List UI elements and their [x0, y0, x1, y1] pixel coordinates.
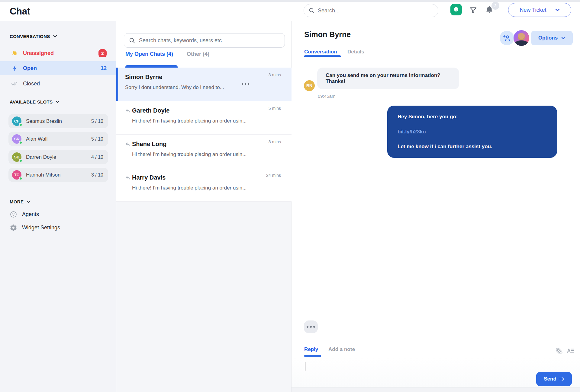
filter-funnel-icon[interactable]	[469, 6, 477, 14]
active-tab-indicator	[304, 355, 321, 357]
chevron-down-icon	[56, 100, 60, 103]
chat-item-preview: Hi there! I'm having trouble placing an …	[132, 151, 246, 158]
chat-search-input[interactable]	[139, 37, 280, 44]
chat-item-name: Harry Davis	[132, 174, 166, 181]
tab-reply[interactable]: Reply	[304, 346, 318, 352]
agent-slot-row[interactable]: SB Darren Doyle 4 / 10	[8, 150, 108, 164]
text-format-icon[interactable]	[567, 347, 574, 355]
global-search[interactable]	[304, 4, 438, 17]
search-icon	[309, 8, 315, 14]
sidebar-item-widget-settings[interactable]: Widget Settings	[10, 224, 60, 231]
chat-list-item-gareth-doyle[interactable]: Gareth Doyle Hi there! I'm having troubl…	[116, 101, 292, 135]
agent-slots: 5 / 10	[91, 119, 103, 124]
avatar[interactable]	[514, 30, 529, 46]
text-cursor	[305, 362, 305, 371]
online-status-dot	[19, 123, 23, 127]
sidebar-item-label: Open	[23, 65, 37, 72]
more-section-label: MORE	[10, 199, 24, 204]
send-button[interactable]: Send	[536, 372, 572, 386]
options-button[interactable]: Options	[531, 31, 573, 45]
button-divider	[551, 7, 551, 13]
chat-item-name: Simon Byrne	[125, 74, 162, 81]
wave-hand-icon	[10, 49, 19, 57]
chat-search[interactable]	[124, 33, 285, 48]
agent-slots: 4 / 10	[91, 155, 103, 160]
online-status-dot	[19, 177, 23, 180]
app-window: Chat 2 New Ticket CONVERSATIONS	[0, 0, 580, 392]
global-search-input[interactable]	[318, 8, 433, 14]
avatar: SB	[12, 152, 21, 162]
sidebar-item-label: Unassigned	[23, 50, 54, 56]
chat-list-panel: My Open Chats (4) Other (4) Simon Byrne …	[116, 21, 292, 392]
chevron-down-icon[interactable]	[555, 8, 560, 11]
tab-details[interactable]: Details	[347, 49, 364, 55]
chat-item-time: 24 mins	[266, 173, 281, 178]
avatar: TC	[12, 170, 21, 180]
agent-name: Hannah Mitson	[26, 172, 60, 178]
sidebar: CONVERSATIONS Unassigned 2 Open 12 Close…	[0, 21, 116, 392]
sidebar-item-unassigned[interactable]: Unassigned 2	[0, 46, 116, 60]
agent-slot-row[interactable]: SR Alan Wall 5 / 10	[8, 132, 108, 146]
chevron-down-icon	[27, 200, 31, 203]
attachment-paperclip-icon[interactable]	[555, 347, 563, 355]
open-count: 12	[101, 65, 107, 72]
agent-slots: 3 / 10	[91, 172, 103, 178]
outgoing-message-link[interactable]: bit.ly/h23ko	[398, 129, 547, 135]
avatar: CF	[12, 116, 21, 126]
chat-list-item-shane-long[interactable]: Shane Long Hi there! I'm having trouble …	[116, 135, 292, 168]
online-status-dot	[19, 141, 23, 145]
chat-item-preview: Hi there! I'm having trouble placing an …	[132, 185, 246, 191]
options-label: Options	[538, 35, 558, 41]
available-slots-label: AVAILABLE SLOTS	[10, 99, 53, 104]
tab-my-open-chats[interactable]: My Open Chats (4)	[125, 51, 173, 57]
tab-conversation[interactable]: Conversation	[304, 49, 337, 55]
conversations-section-header[interactable]: CONVERSATIONS	[10, 34, 57, 39]
agent-name: Darren Doyle	[26, 154, 56, 160]
item-menu-dots-icon[interactable]	[242, 83, 249, 85]
typing-indicator	[304, 320, 318, 333]
available-slots-section-header[interactable]: AVAILABLE SLOTS	[10, 99, 60, 104]
conversations-section-label: CONVERSATIONS	[10, 34, 50, 39]
sidebar-item-open[interactable]: Open 12	[0, 61, 116, 75]
chat-item-name: Gareth Doyle	[132, 107, 169, 114]
agent-name: Seamus Breslin	[26, 118, 62, 124]
chat-list-item-simon-byrne[interactable]: Simon Byrne Sorry i dont understand. Why…	[116, 68, 292, 101]
avatar: SR	[12, 134, 21, 144]
tab-add-a-note[interactable]: Add a note	[328, 346, 355, 352]
conversation-title: Simon Byrne	[304, 30, 351, 39]
app-logo-icon[interactable]	[450, 4, 462, 15]
online-status-dot	[19, 159, 23, 163]
chat-list-item-harry-davis[interactable]: Harry Davis Hi there! I'm having trouble…	[116, 168, 292, 202]
avatar-initials: SB	[14, 155, 19, 159]
window-top-edge	[0, 0, 580, 2]
agent-name: Alan Wall	[26, 136, 47, 142]
panel-footer-strip	[292, 387, 580, 392]
chat-item-preview: Hi there! I'm having trouble placing an …	[132, 118, 246, 124]
sidebar-item-closed[interactable]: Closed	[0, 77, 116, 91]
customer-avatar: BN	[304, 80, 315, 91]
agent-face-icon	[10, 211, 17, 218]
avatar-initials: CF	[14, 119, 19, 123]
avatar-initials: SR	[14, 137, 19, 141]
sidebar-item-agents[interactable]: Agents	[10, 211, 39, 218]
message-timestamp: 09:45am	[318, 94, 335, 99]
outgoing-message-line2: Let me know if i can further assist you.	[398, 144, 547, 150]
outgoing-message-line1: Hey Simon, here you go:	[398, 114, 547, 120]
new-ticket-button[interactable]: New Ticket	[508, 3, 571, 17]
agent-slots: 5 / 10	[91, 136, 103, 142]
agent-slot-row[interactable]: TC Hannah Mitson 3 / 10	[8, 168, 108, 182]
sidebar-item-label: Widget Settings	[22, 225, 60, 231]
more-section-header[interactable]: MORE	[10, 199, 31, 204]
send-label: Send	[544, 376, 556, 382]
chevron-down-icon	[53, 35, 57, 38]
sidebar-item-label: Agents	[22, 211, 39, 218]
replied-arrow-icon	[125, 108, 131, 114]
gear-icon	[10, 224, 17, 231]
top-bar: Chat 2 New Ticket	[0, 0, 580, 21]
add-participant-button[interactable]	[500, 31, 514, 45]
tab-other[interactable]: Other (4)	[187, 51, 209, 57]
agent-slot-row[interactable]: CF Seamus Breslin 5 / 10	[8, 114, 108, 128]
active-tab-indicator	[125, 65, 178, 68]
new-ticket-label: New Ticket	[520, 7, 546, 13]
replied-arrow-icon	[125, 142, 131, 147]
